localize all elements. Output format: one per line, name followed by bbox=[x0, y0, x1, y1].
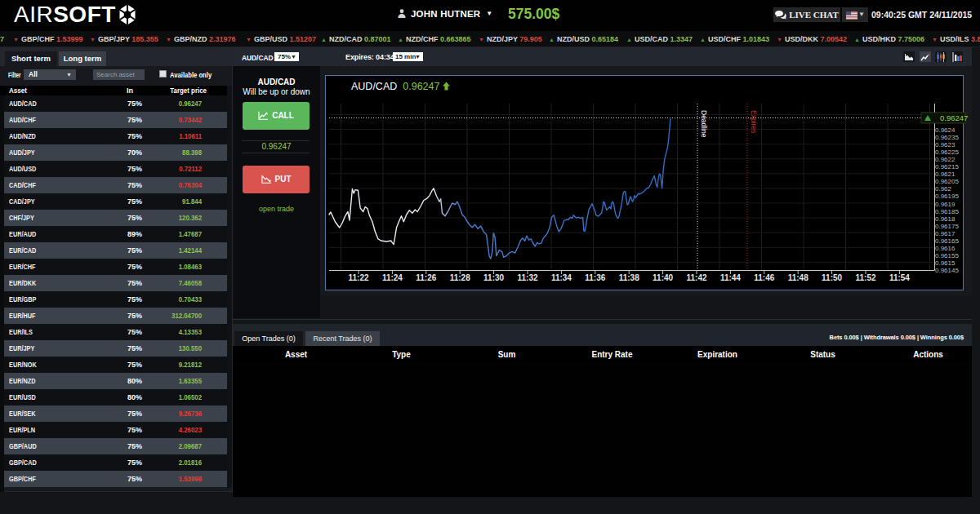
svg-text:0.9623: 0.9623 bbox=[935, 141, 956, 148]
svg-text:11:54: 11:54 bbox=[889, 273, 910, 282]
svg-text:11:48: 11:48 bbox=[788, 273, 808, 282]
svg-text:0.96175: 0.96175 bbox=[935, 223, 959, 230]
svg-text:11:32: 11:32 bbox=[517, 273, 537, 282]
svg-text:0.9619: 0.9619 bbox=[935, 201, 956, 208]
svg-text:0.9621: 0.9621 bbox=[935, 171, 956, 178]
svg-text:11:38: 11:38 bbox=[619, 273, 639, 282]
svg-text:0.96235: 0.96235 bbox=[935, 134, 959, 141]
svg-text:0.9622: 0.9622 bbox=[935, 156, 956, 163]
svg-text:11:24: 11:24 bbox=[382, 273, 403, 282]
svg-text:11:40: 11:40 bbox=[653, 273, 673, 282]
svg-text:0.962: 0.962 bbox=[935, 185, 952, 193]
svg-text:0.96205: 0.96205 bbox=[935, 178, 959, 185]
svg-text:11:28: 11:28 bbox=[450, 273, 470, 282]
svg-text:11:30: 11:30 bbox=[483, 273, 504, 282]
svg-text:Expires: Expires bbox=[750, 110, 758, 133]
svg-text:0.96225: 0.96225 bbox=[935, 148, 959, 156]
svg-text:11:26: 11:26 bbox=[416, 273, 436, 282]
svg-text:11:50: 11:50 bbox=[822, 273, 842, 282]
svg-text:11:34: 11:34 bbox=[551, 273, 572, 282]
svg-text:0.9615: 0.9615 bbox=[935, 259, 956, 267]
svg-text:11:44: 11:44 bbox=[720, 273, 741, 282]
svg-text:0.96165: 0.96165 bbox=[935, 237, 959, 245]
svg-text:11:52: 11:52 bbox=[855, 273, 875, 282]
svg-text:11:22: 11:22 bbox=[348, 273, 368, 282]
svg-text:0.96155: 0.96155 bbox=[935, 252, 959, 259]
svg-text:0.9616: 0.9616 bbox=[935, 245, 956, 252]
svg-text:0.9618: 0.9618 bbox=[935, 215, 956, 223]
svg-text:11:42: 11:42 bbox=[686, 273, 706, 282]
svg-text:0.96215: 0.96215 bbox=[935, 163, 959, 171]
svg-text:0.9617: 0.9617 bbox=[935, 230, 956, 237]
svg-text:0.9624: 0.9624 bbox=[935, 126, 956, 134]
svg-text:0.96247: 0.96247 bbox=[940, 113, 968, 122]
svg-text:0.96145: 0.96145 bbox=[935, 267, 959, 274]
svg-text:Deadline: Deadline bbox=[700, 110, 708, 138]
svg-text:0.96185: 0.96185 bbox=[935, 208, 959, 215]
svg-text:0.96195: 0.96195 bbox=[935, 193, 959, 200]
svg-text:11:36: 11:36 bbox=[585, 273, 605, 282]
svg-text:11:46: 11:46 bbox=[754, 273, 774, 282]
